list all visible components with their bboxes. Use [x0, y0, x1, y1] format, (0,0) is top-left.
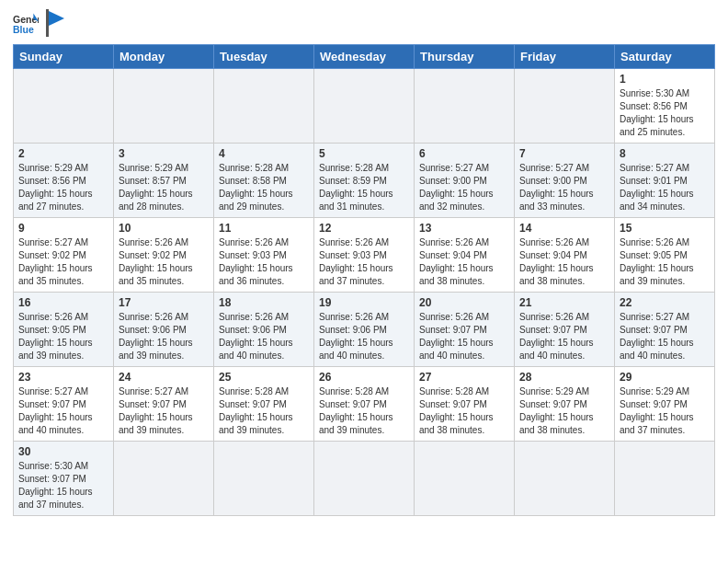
logo-flag-icon	[46, 9, 66, 37]
svg-marker-4	[49, 11, 64, 26]
calendar-cell	[314, 442, 415, 516]
day-info: Sunrise: 5:26 AM Sunset: 9:07 PM Dayligh…	[419, 311, 509, 362]
day-info: Sunrise: 5:27 AM Sunset: 9:07 PM Dayligh…	[620, 311, 710, 362]
day-info: Sunrise: 5:28 AM Sunset: 8:58 PM Dayligh…	[219, 162, 309, 213]
day-number: 22	[620, 296, 710, 309]
day-number: 16	[18, 296, 108, 309]
day-number: 26	[319, 371, 409, 384]
calendar-cell: 2Sunrise: 5:29 AM Sunset: 8:56 PM Daylig…	[14, 144, 114, 218]
day-number: 6	[419, 147, 509, 160]
day-number: 19	[319, 296, 409, 309]
calendar-cell	[314, 69, 415, 144]
weekday-header-monday: Monday	[114, 45, 214, 69]
weekday-header-wednesday: Wednesday	[314, 45, 415, 69]
header: General Blue	[13, 9, 715, 37]
day-number: 24	[119, 371, 209, 384]
week-row-4: 16Sunrise: 5:26 AM Sunset: 9:05 PM Dayli…	[14, 293, 715, 367]
calendar-cell	[415, 69, 515, 144]
day-number: 5	[319, 147, 409, 160]
logo-icon: General Blue	[13, 10, 39, 36]
calendar-cell: 7Sunrise: 5:27 AM Sunset: 9:00 PM Daylig…	[515, 144, 615, 218]
week-row-5: 23Sunrise: 5:27 AM Sunset: 9:07 PM Dayli…	[14, 367, 715, 442]
calendar-cell: 28Sunrise: 5:29 AM Sunset: 9:07 PM Dayli…	[515, 367, 615, 442]
calendar-table: SundayMondayTuesdayWednesdayThursdayFrid…	[13, 44, 715, 516]
day-info: Sunrise: 5:27 AM Sunset: 9:00 PM Dayligh…	[519, 162, 609, 213]
day-info: Sunrise: 5:26 AM Sunset: 9:07 PM Dayligh…	[519, 311, 609, 362]
day-info: Sunrise: 5:28 AM Sunset: 9:07 PM Dayligh…	[419, 385, 509, 437]
calendar-cell	[214, 69, 314, 144]
day-number: 17	[119, 296, 209, 309]
calendar-cell: 8Sunrise: 5:27 AM Sunset: 9:01 PM Daylig…	[615, 144, 715, 218]
page: General Blue SundayMondayTuesdayWednesda…	[0, 0, 728, 525]
calendar-cell: 9Sunrise: 5:27 AM Sunset: 9:02 PM Daylig…	[14, 218, 114, 293]
calendar-cell: 20Sunrise: 5:26 AM Sunset: 9:07 PM Dayli…	[415, 293, 515, 367]
day-number: 2	[18, 147, 108, 160]
day-number: 9	[18, 222, 108, 235]
calendar-cell	[515, 442, 615, 516]
calendar-cell: 18Sunrise: 5:26 AM Sunset: 9:06 PM Dayli…	[214, 293, 314, 367]
day-number: 11	[219, 222, 309, 235]
day-number: 27	[419, 371, 509, 384]
day-number: 30	[18, 445, 108, 458]
weekday-header-tuesday: Tuesday	[214, 45, 314, 69]
day-info: Sunrise: 5:29 AM Sunset: 9:07 PM Dayligh…	[519, 385, 609, 437]
day-info: Sunrise: 5:26 AM Sunset: 9:04 PM Dayligh…	[519, 236, 609, 288]
day-number: 13	[419, 222, 509, 235]
day-info: Sunrise: 5:26 AM Sunset: 9:05 PM Dayligh…	[620, 236, 710, 288]
calendar-cell: 22Sunrise: 5:27 AM Sunset: 9:07 PM Dayli…	[615, 293, 715, 367]
week-row-3: 9Sunrise: 5:27 AM Sunset: 9:02 PM Daylig…	[14, 218, 715, 293]
day-number: 28	[519, 371, 609, 384]
calendar-cell: 24Sunrise: 5:27 AM Sunset: 9:07 PM Dayli…	[114, 367, 214, 442]
svg-text:Blue: Blue	[13, 24, 34, 35]
day-info: Sunrise: 5:27 AM Sunset: 9:07 PM Dayligh…	[18, 385, 108, 437]
day-info: Sunrise: 5:27 AM Sunset: 9:00 PM Dayligh…	[419, 162, 509, 213]
day-number: 21	[519, 296, 609, 309]
day-number: 25	[219, 371, 309, 384]
day-info: Sunrise: 5:27 AM Sunset: 9:07 PM Dayligh…	[119, 385, 209, 437]
calendar-cell: 21Sunrise: 5:26 AM Sunset: 9:07 PM Dayli…	[515, 293, 615, 367]
calendar-cell	[114, 442, 214, 516]
calendar-cell: 19Sunrise: 5:26 AM Sunset: 9:06 PM Dayli…	[314, 293, 415, 367]
day-info: Sunrise: 5:26 AM Sunset: 9:06 PM Dayligh…	[219, 311, 309, 362]
logo: General Blue	[13, 9, 66, 37]
day-info: Sunrise: 5:28 AM Sunset: 9:07 PM Dayligh…	[219, 385, 309, 437]
weekday-header-friday: Friday	[515, 45, 615, 69]
calendar-cell: 1Sunrise: 5:30 AM Sunset: 8:56 PM Daylig…	[615, 69, 715, 144]
calendar-cell: 15Sunrise: 5:26 AM Sunset: 9:05 PM Dayli…	[615, 218, 715, 293]
day-number: 4	[219, 147, 309, 160]
calendar-cell: 4Sunrise: 5:28 AM Sunset: 8:58 PM Daylig…	[214, 144, 314, 218]
calendar-cell: 11Sunrise: 5:26 AM Sunset: 9:03 PM Dayli…	[214, 218, 314, 293]
day-info: Sunrise: 5:26 AM Sunset: 9:03 PM Dayligh…	[319, 236, 409, 288]
calendar-cell: 5Sunrise: 5:28 AM Sunset: 8:59 PM Daylig…	[314, 144, 415, 218]
day-info: Sunrise: 5:26 AM Sunset: 9:03 PM Dayligh…	[219, 236, 309, 288]
day-info: Sunrise: 5:26 AM Sunset: 9:05 PM Dayligh…	[18, 311, 108, 362]
day-number: 18	[219, 296, 309, 309]
calendar-cell: 13Sunrise: 5:26 AM Sunset: 9:04 PM Dayli…	[415, 218, 515, 293]
calendar-cell: 16Sunrise: 5:26 AM Sunset: 9:05 PM Dayli…	[14, 293, 114, 367]
calendar-cell	[515, 69, 615, 144]
weekday-header-thursday: Thursday	[415, 45, 515, 69]
calendar-cell: 27Sunrise: 5:28 AM Sunset: 9:07 PM Dayli…	[415, 367, 515, 442]
calendar-cell: 14Sunrise: 5:26 AM Sunset: 9:04 PM Dayli…	[515, 218, 615, 293]
calendar-cell: 10Sunrise: 5:26 AM Sunset: 9:02 PM Dayli…	[114, 218, 214, 293]
day-number: 23	[18, 371, 108, 384]
calendar-cell	[415, 442, 515, 516]
calendar-cell: 17Sunrise: 5:26 AM Sunset: 9:06 PM Dayli…	[114, 293, 214, 367]
day-number: 12	[319, 222, 409, 235]
svg-rect-3	[46, 9, 49, 37]
day-info: Sunrise: 5:29 AM Sunset: 8:56 PM Dayligh…	[18, 162, 108, 213]
calendar-cell: 26Sunrise: 5:28 AM Sunset: 9:07 PM Dayli…	[314, 367, 415, 442]
day-info: Sunrise: 5:28 AM Sunset: 8:59 PM Dayligh…	[319, 162, 409, 213]
day-number: 20	[419, 296, 509, 309]
calendar-cell: 25Sunrise: 5:28 AM Sunset: 9:07 PM Dayli…	[214, 367, 314, 442]
day-info: Sunrise: 5:26 AM Sunset: 9:06 PM Dayligh…	[119, 311, 209, 362]
day-number: 1	[620, 73, 710, 86]
day-info: Sunrise: 5:27 AM Sunset: 9:02 PM Dayligh…	[18, 236, 108, 288]
weekday-header-sunday: Sunday	[14, 45, 114, 69]
week-row-2: 2Sunrise: 5:29 AM Sunset: 8:56 PM Daylig…	[14, 144, 715, 218]
weekday-header-row: SundayMondayTuesdayWednesdayThursdayFrid…	[14, 45, 715, 69]
calendar-cell: 23Sunrise: 5:27 AM Sunset: 9:07 PM Dayli…	[14, 367, 114, 442]
day-info: Sunrise: 5:28 AM Sunset: 9:07 PM Dayligh…	[319, 385, 409, 437]
day-number: 8	[620, 147, 710, 160]
calendar-cell: 29Sunrise: 5:29 AM Sunset: 9:07 PM Dayli…	[615, 367, 715, 442]
